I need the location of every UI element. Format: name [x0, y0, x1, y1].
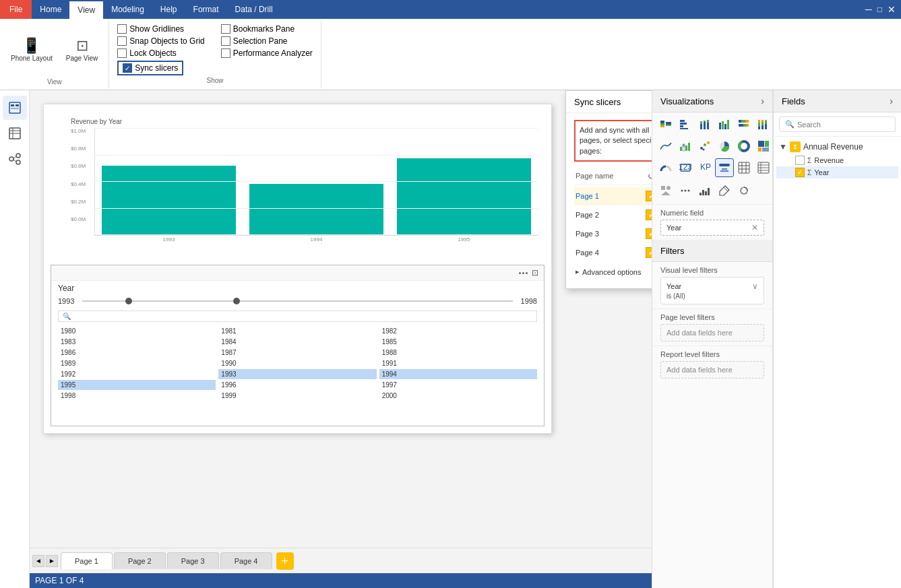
- list-item[interactable]: 1991: [379, 358, 537, 368]
- slicer-handle-left[interactable]: [125, 298, 132, 304]
- fields-search-box[interactable]: 🔍: [779, 117, 896, 132]
- slicer-search-input[interactable]: [73, 313, 532, 320]
- stacked-col-icon[interactable]: [695, 115, 714, 134]
- list-item[interactable]: 1997: [379, 380, 537, 390]
- field-group-header[interactable]: ▼ Σ Annual Revenue: [776, 139, 898, 154]
- bar-1994[interactable]: [249, 184, 383, 235]
- page-tab-page1[interactable]: Page 1: [61, 552, 113, 569]
- add-page-btn[interactable]: +: [276, 552, 294, 570]
- list-item[interactable]: 1985: [379, 337, 537, 347]
- file-tab[interactable]: File: [0, 0, 32, 19]
- snap-objects-checkbox-label[interactable]: Snap Objects to Grid: [117, 36, 204, 46]
- selection-pane-checkbox[interactable]: [221, 36, 230, 46]
- gauge-icon[interactable]: [656, 158, 675, 177]
- page-nav-prev[interactable]: ◄: [32, 555, 44, 567]
- numeric-field-clear-btn[interactable]: ✕: [751, 223, 758, 232]
- stacked-bar-icon[interactable]: [656, 115, 675, 134]
- numeric-field-box[interactable]: Year ✕: [660, 220, 764, 236]
- slicer-handle-right[interactable]: [233, 298, 240, 304]
- page-tab-page4[interactable]: Page 4: [220, 552, 272, 569]
- list-item[interactable]: 1992: [58, 369, 216, 379]
- slicer-menu-icon[interactable]: [519, 272, 528, 274]
- performance-analyzer-checkbox[interactable]: [221, 48, 230, 58]
- home-tab[interactable]: Home: [32, 0, 69, 19]
- card-icon[interactable]: 123: [676, 158, 695, 177]
- list-item[interactable]: 1999: [218, 391, 376, 401]
- slicer-maximize-icon[interactable]: ⊡: [532, 268, 538, 277]
- clustered-col-icon[interactable]: [715, 115, 734, 134]
- page-tab-page2[interactable]: Page 2: [114, 552, 166, 569]
- bookmarks-pane-checkbox[interactable]: [221, 24, 230, 34]
- year-filter-card[interactable]: Year ∨ is (All): [660, 277, 764, 304]
- lock-objects-checkbox-label[interactable]: Lock Objects: [117, 48, 204, 58]
- fields-search-input[interactable]: [797, 121, 890, 129]
- window-restore[interactable]: □: [877, 5, 882, 14]
- modeling-tab[interactable]: Modeling: [103, 0, 152, 19]
- 100pct-stacked-col-icon[interactable]: [754, 115, 773, 134]
- list-item[interactable]: 1993: [218, 369, 376, 379]
- list-item[interactable]: 1998: [58, 391, 216, 401]
- donut-chart-icon[interactable]: [735, 137, 753, 156]
- bookmarks-pane-checkbox-label[interactable]: Bookmarks Pane: [221, 24, 313, 34]
- ribbon-chart-icon[interactable]: [656, 137, 675, 156]
- year-filter-chevron[interactable]: ∨: [752, 282, 758, 291]
- bar-1993[interactable]: [102, 166, 236, 235]
- more-visuals-icon[interactable]: [676, 181, 695, 200]
- shape-icon[interactable]: [656, 181, 675, 200]
- page-tab-page3[interactable]: Page 3: [167, 552, 219, 569]
- list-item[interactable]: 1984: [218, 337, 376, 347]
- list-item[interactable]: 1983: [58, 337, 216, 347]
- selection-pane-checkbox-label[interactable]: Selection Pane: [221, 36, 313, 46]
- kpi-icon[interactable]: KPI: [695, 158, 714, 177]
- format-tab[interactable]: Format: [185, 0, 227, 19]
- sync-page2-sync-checkbox[interactable]: ✓: [644, 207, 652, 222]
- table-icon[interactable]: [735, 158, 753, 177]
- analytics-btn[interactable]: [735, 181, 753, 200]
- report-add-field[interactable]: Add data fields here: [660, 361, 764, 379]
- scatter-chart-icon[interactable]: [695, 137, 714, 156]
- list-item[interactable]: 1994: [379, 369, 537, 379]
- performance-analyzer-checkbox-label[interactable]: Performance Analyzer: [221, 48, 313, 58]
- list-item[interactable]: 1982: [379, 326, 537, 336]
- show-gridlines-checkbox[interactable]: [117, 24, 127, 34]
- list-item[interactable]: 1990: [218, 358, 376, 368]
- sync-page4-sync-checkbox[interactable]: ✓: [644, 245, 652, 260]
- format-visual-btn[interactable]: [715, 181, 734, 200]
- clustered-bar-icon[interactable]: [676, 115, 695, 134]
- fields-expand-icon[interactable]: ›: [890, 96, 893, 106]
- matrix-icon[interactable]: [754, 158, 773, 177]
- slicer-search-box[interactable]: 🔍: [58, 311, 537, 322]
- list-item[interactable]: 2000: [379, 391, 537, 401]
- page-nav-next[interactable]: ►: [46, 555, 58, 567]
- field-item-revenue[interactable]: Σ Revenue: [776, 154, 898, 166]
- sync-page1-sync-checkbox[interactable]: ✓: [644, 189, 652, 203]
- page-add-field[interactable]: Add data fields here: [660, 324, 764, 341]
- slicer-icon[interactable]: [715, 158, 734, 177]
- field-item-year[interactable]: ✓ Σ Year: [776, 166, 898, 178]
- lock-objects-checkbox[interactable]: [117, 48, 127, 58]
- help-tab[interactable]: Help: [152, 0, 185, 19]
- pie-chart-icon[interactable]: [715, 137, 734, 156]
- sync-page3-sync-checkbox[interactable]: ✓: [644, 226, 652, 241]
- page-view-btn[interactable]: ⊡ Page View: [61, 34, 104, 65]
- list-item[interactable]: 1996: [218, 380, 376, 390]
- bar-1995[interactable]: [397, 158, 531, 235]
- sync-slicers-checkbox-label[interactable]: ✓ Sync slicers: [123, 63, 178, 73]
- window-close[interactable]: ✕: [888, 4, 896, 15]
- window-minimize[interactable]: ─: [865, 4, 872, 15]
- report-view-icon[interactable]: [3, 96, 27, 120]
- advanced-options-btn[interactable]: ▸ Advanced options: [574, 262, 652, 282]
- sync-slicers-checkbox[interactable]: ✓: [123, 63, 132, 73]
- build-visual-btn[interactable]: [695, 181, 714, 200]
- data-drill-tab[interactable]: Data / Drill: [227, 0, 281, 19]
- 100pct-stacked-bar-icon[interactable]: [735, 115, 753, 134]
- view-tab[interactable]: View: [69, 0, 103, 19]
- list-item[interactable]: 1986: [58, 348, 216, 358]
- list-item[interactable]: 1987: [218, 348, 376, 358]
- viz-expand-icon[interactable]: ›: [761, 96, 764, 106]
- treemap-icon[interactable]: [754, 137, 773, 156]
- model-view-icon[interactable]: [3, 147, 27, 171]
- snap-objects-checkbox[interactable]: [117, 36, 127, 46]
- list-item[interactable]: 1981: [218, 326, 376, 336]
- waterfall-icon[interactable]: [676, 137, 695, 156]
